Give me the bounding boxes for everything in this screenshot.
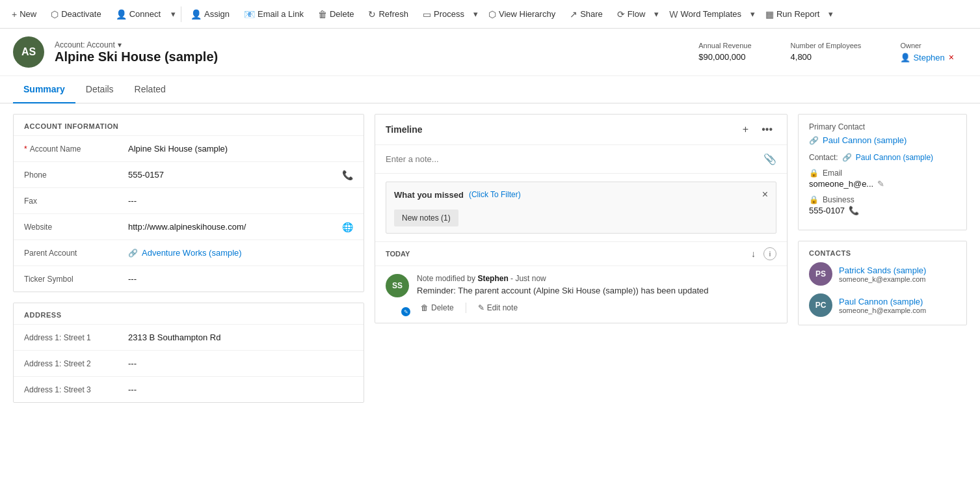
refresh-button[interactable]: ↻ Refresh (362, 5, 415, 23)
share-icon: ↗ (570, 9, 577, 20)
parent-account-link[interactable]: 🔗 Adventure Works (sample) (128, 248, 353, 258)
main-content: ACCOUNT INFORMATION * Account Name Alpin… (0, 103, 980, 495)
timeline-more-button[interactable]: ••• (758, 122, 776, 137)
process-button[interactable]: ▭ Process (416, 5, 471, 23)
missed-title: What you missed (394, 190, 464, 200)
note-content: Note modified by Stephen - Just now Remi… (417, 274, 776, 315)
owner-link[interactable]: 👤 Stephen (900, 53, 944, 62)
report-icon: ▦ (765, 9, 774, 20)
process-group: ▭ Process ▾ (416, 5, 481, 23)
missed-close-button[interactable]: × (762, 189, 768, 200)
note-type-badge: ✎ (401, 307, 410, 316)
today-actions: ↓ i (748, 247, 776, 260)
edit-email-icon[interactable]: ✎ (877, 179, 884, 189)
timeline-title: Timeline (386, 124, 739, 135)
tabs: Summary Details Related (0, 76, 980, 103)
tab-summary[interactable]: Summary (13, 76, 75, 103)
lock-icon-email: 🔒 (809, 169, 819, 178)
separator-1 (181, 7, 181, 22)
globe-icon[interactable]: 🌐 (342, 222, 353, 232)
delete-note-button[interactable]: 🗑 Delete (417, 301, 458, 315)
primary-contact-link[interactable]: 🔗 Paul Cannon (sample) (809, 135, 956, 145)
flow-group: ⟳ Flow ▾ (611, 5, 661, 23)
plus-icon: + (12, 9, 17, 20)
connect-dropdown[interactable]: ▾ (168, 5, 178, 23)
contact-name-link[interactable]: Paul Cannon (sample) (856, 153, 933, 162)
word-templates-dropdown[interactable]: ▾ (748, 5, 758, 23)
note-avatar: SS (386, 274, 409, 297)
email-link-button[interactable]: 📧 Email a Link (237, 5, 310, 23)
view-hierarchy-button[interactable]: ⬡ View Hierarchy (482, 5, 562, 23)
breadcrumb[interactable]: Account: Account ▾ (55, 40, 688, 49)
account-header: AS Account: Account ▾ Alpine Ski House (… (0, 29, 980, 76)
tab-related[interactable]: Related (124, 76, 176, 103)
note-avatar-container: SS ✎ (386, 274, 409, 315)
today-label: TODAY (386, 250, 748, 258)
hierarchy-icon: ⬡ (488, 9, 496, 20)
deactivate-icon: ⬡ (51, 9, 59, 20)
info-button[interactable]: i (763, 247, 776, 260)
contact-photo-paul: PC (809, 293, 832, 317)
address-section: ADDRESS Address 1: Street 1 2313 B South… (13, 303, 364, 403)
primary-contact-label: Primary Contact (809, 122, 956, 131)
contact-name-patrick[interactable]: Patrick Sands (sample) (839, 265, 956, 275)
delete-button[interactable]: 🗑 Delete (311, 5, 361, 23)
note-body: Reminder: The parent account (Alpine Ski… (417, 286, 776, 295)
lock-icon-business: 🔒 (809, 195, 819, 204)
assign-button[interactable]: 👤 Assign (184, 5, 236, 23)
timeline-add-button[interactable]: + (739, 122, 752, 137)
run-report-button[interactable]: ▦ Run Report (759, 5, 826, 23)
tab-details[interactable]: Details (75, 76, 124, 103)
contact-record-icon2: 🔗 (842, 153, 852, 162)
avatar: AS (13, 36, 44, 68)
owner-field: Owner 👤 Stephen × (900, 42, 954, 62)
today-header: TODAY ↓ i (375, 241, 787, 265)
new-button[interactable]: + New (5, 5, 43, 23)
right-panel: Primary Contact 🔗 Paul Cannon (sample) C… (798, 114, 967, 484)
flow-dropdown[interactable]: ▾ (652, 5, 661, 23)
phone-field: Phone 555-0157 📞 (14, 161, 364, 187)
phone-icon-business[interactable]: 📞 (849, 206, 859, 215)
run-report-dropdown[interactable]: ▾ (826, 5, 836, 23)
edit-note-button[interactable]: ✎ Edit note (474, 301, 522, 315)
note-input[interactable] (386, 154, 758, 164)
deactivate-button[interactable]: ⬡ Deactivate (44, 5, 107, 23)
connect-icon: 👤 (116, 9, 127, 20)
missed-filter-button[interactable]: (Click To Filter) (469, 190, 521, 199)
flow-button[interactable]: ⟳ Flow (611, 5, 652, 23)
word-templates-button[interactable]: W Word Templates (663, 5, 748, 23)
note-footer-divider (466, 303, 466, 313)
left-panel: ACCOUNT INFORMATION * Account Name Alpin… (13, 114, 364, 484)
sort-button[interactable]: ↓ (748, 247, 758, 260)
street1-field: Address 1: Street 1 2313 B Southampton R… (14, 324, 364, 350)
assign-icon: 👤 (191, 9, 202, 20)
primary-contact-section: Primary Contact 🔗 Paul Cannon (sample) C… (798, 114, 967, 230)
owner-person-icon: 👤 (900, 53, 910, 62)
header-fields: Annual Revenue $90,000,000 Number of Emp… (698, 42, 967, 62)
street3-field: Address 1: Street 3 --- (14, 376, 364, 402)
address-title: ADDRESS (14, 303, 364, 324)
contact-name-paul[interactable]: Paul Cannon (sample) (839, 297, 956, 306)
new-notes-button[interactable]: New notes (1) (394, 210, 458, 226)
trash-icon: 🗑 (421, 303, 429, 312)
ticker-field: Ticker Symbol --- (14, 265, 364, 292)
phone-icon[interactable]: 📞 (342, 170, 353, 180)
attach-icon[interactable]: 📎 (763, 153, 776, 165)
account-info-title: ACCOUNT INFORMATION (14, 115, 364, 135)
timeline-actions: + ••• (739, 122, 776, 137)
contact-photo-patrick: PS (809, 262, 832, 286)
contact-field: Contact: 🔗 Paul Cannon (sample) (809, 153, 956, 162)
process-icon: ▭ (423, 9, 431, 20)
contact-email-patrick: someone_k@example.com (839, 275, 956, 283)
email-icon: 📧 (244, 9, 255, 20)
delete-icon: 🗑 (318, 9, 327, 20)
note-input-area: 📎 (375, 145, 787, 174)
contacts-title: CONTACTS (809, 249, 956, 257)
owner-remove-button[interactable]: × (949, 52, 954, 62)
connect-button[interactable]: 👤 Connect (109, 5, 167, 23)
breadcrumb-chevron: ▾ (118, 40, 122, 49)
share-button[interactable]: ↗ Share (563, 5, 609, 23)
toolbar: + New ⬡ Deactivate 👤 Connect ▾ 👤 Assign … (0, 0, 980, 29)
num-employees-field: Number of Employees 4,800 (791, 42, 862, 62)
process-dropdown[interactable]: ▾ (471, 5, 481, 23)
